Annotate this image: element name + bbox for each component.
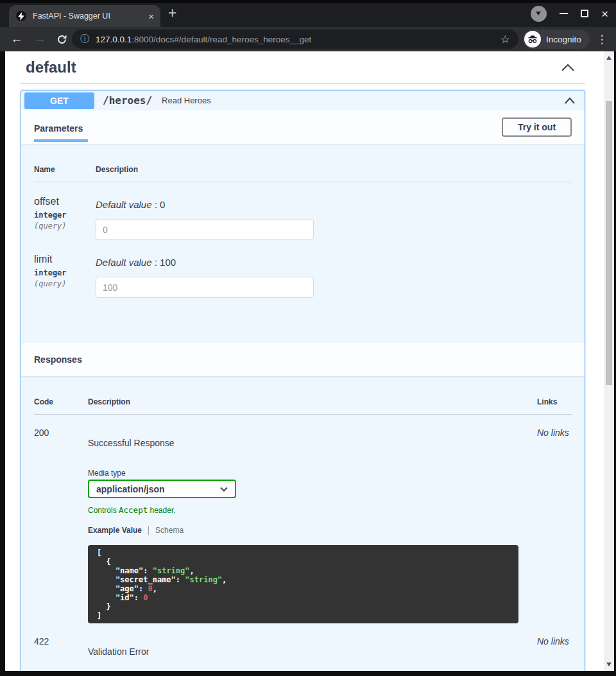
col-header-links: Links	[537, 397, 572, 406]
responses-section-header: Responses	[21, 343, 585, 376]
window-close-button[interactable]: ×	[601, 8, 608, 20]
example-json-code-block: [ { "name": "string", "secret_name": "st…	[88, 545, 518, 623]
param-name: limit	[34, 254, 96, 265]
limit-input[interactable]	[96, 277, 314, 298]
offset-input[interactable]	[96, 219, 314, 240]
col-header-name: Name	[34, 165, 96, 174]
site-info-icon[interactable]: ⓘ	[80, 33, 89, 45]
http-method-badge: GET	[24, 92, 94, 109]
param-default-value: Default value : 100	[96, 257, 572, 268]
hint-accept-code: Accept	[119, 505, 148, 515]
page-scrollbar[interactable]	[604, 51, 614, 671]
window-top-edge	[0, 0, 616, 3]
tag-title: default	[26, 58, 561, 76]
scrollbar-thumb[interactable]	[606, 101, 612, 385]
param-type: integer	[34, 211, 96, 220]
parameters-table: Name Description offset integer (query) …	[21, 144, 585, 343]
response-code: 200	[34, 428, 88, 623]
opblock-collapse-chevron-up-icon[interactable]	[564, 97, 576, 105]
param-default-number: : 100	[152, 257, 176, 268]
media-type-block: Media type application/json Controls Acc…	[88, 469, 537, 623]
tab-strip: FastAPI - Swagger UI × + ×	[0, 0, 616, 27]
minimize-button[interactable]	[560, 13, 568, 14]
col-header-code: Code	[34, 397, 88, 406]
param-type: integer	[34, 268, 96, 277]
tab-divider	[148, 526, 149, 535]
response-description: Validation Error	[88, 636, 537, 657]
incognito-icon	[524, 31, 541, 48]
tab-example-value[interactable]: Example Value	[88, 526, 142, 535]
response-links: No links	[537, 636, 572, 657]
media-type-label: Media type	[88, 469, 537, 478]
endpoint-path: /heroes/	[103, 94, 152, 107]
url-bar[interactable]: ⓘ 127.0.0.1:8000/docs#/default/read_hero…	[72, 30, 518, 49]
browser-toolbar: ← → ⓘ 127.0.0.1:8000/docs#/default/read_…	[0, 27, 616, 51]
media-type-select[interactable]: application/json	[88, 480, 236, 498]
incognito-badge: Incognito	[523, 30, 590, 49]
response-links: No links	[537, 428, 572, 623]
page-content: default GET /heroes/ Read Heroes Paramet…	[5, 51, 614, 671]
tag-section-header[interactable]: default	[21, 51, 585, 84]
browser-tab[interactable]: FastAPI - Swagger UI ×	[9, 5, 160, 27]
browser-menu-button[interactable]: ⋮	[594, 27, 610, 51]
chevron-down-icon	[536, 12, 541, 15]
new-tab-button[interactable]: +	[168, 6, 176, 21]
param-default-number: : 0	[152, 199, 166, 210]
param-location: (query)	[34, 221, 96, 230]
maximize-button[interactable]	[581, 10, 588, 17]
forward-button[interactable]: →	[31, 27, 49, 51]
param-default-label: Default value	[96, 199, 152, 210]
param-default-value: Default value : 0	[96, 199, 572, 210]
scroll-down-arrow-icon[interactable]	[604, 659, 614, 670]
endpoint-summary: Read Heroes	[162, 96, 564, 105]
hint-prefix: Controls	[88, 506, 119, 515]
tab-schema[interactable]: Schema	[155, 526, 184, 535]
response-code: 422	[34, 636, 88, 657]
back-button[interactable]: ←	[8, 27, 26, 51]
media-type-value: application/json	[96, 484, 165, 494]
bookmark-star-icon[interactable]: ☆	[501, 33, 510, 46]
accept-header-hint: Controls Accept header.	[88, 505, 537, 515]
param-row-offset: offset integer (query) Default value : 0	[34, 182, 572, 240]
response-row-200: 200 Successful Response Media type appli…	[34, 415, 572, 623]
param-default-label: Default value	[96, 257, 152, 268]
opblock-summary[interactable]: GET /heroes/ Read Heroes	[21, 91, 585, 110]
response-row-422: 422 Validation Error No links	[34, 623, 572, 657]
param-row-limit: limit integer (query) Default value : 10…	[34, 240, 572, 298]
parameters-section-header: Parameters Try it out	[21, 110, 585, 144]
incognito-label: Incognito	[546, 35, 581, 44]
url-text: 127.0.0.1:8000/docs#/default/read_heroes…	[96, 35, 311, 44]
url-host: 127.0.0.1	[96, 35, 132, 44]
hint-suffix: header.	[148, 506, 175, 515]
browser-window: FastAPI - Swagger UI × + × ← → ⓘ 127.0.0…	[0, 0, 616, 676]
collapse-chevron-up-icon[interactable]	[561, 64, 575, 72]
url-path: :8000/docs#/default/read_heroes_heroes__…	[132, 35, 311, 44]
example-schema-tabs: Example Value Schema	[88, 526, 537, 535]
tab-title: FastAPI - Swagger UI	[33, 12, 143, 21]
fastapi-favicon-icon	[15, 10, 27, 22]
reload-button[interactable]	[53, 27, 71, 51]
chrome-profile-chip[interactable]	[531, 6, 547, 22]
select-chevron-down-icon	[220, 487, 228, 492]
responses-table: Code Description Links 200 Successful Re…	[21, 376, 585, 671]
col-header-description: Description	[96, 165, 572, 174]
tab-parameters[interactable]: Parameters	[34, 123, 88, 142]
try-it-out-button[interactable]: Try it out	[502, 117, 572, 137]
tab-close-icon[interactable]: ×	[148, 12, 154, 21]
col-header-description: Description	[88, 397, 537, 406]
responses-title: Responses	[34, 354, 82, 365]
param-name: offset	[34, 196, 96, 207]
param-location: (query)	[34, 279, 96, 288]
opblock-get-heroes: GET /heroes/ Read Heroes Parameters Try …	[21, 90, 585, 671]
scroll-up-arrow-icon[interactable]	[604, 53, 614, 63]
response-description: Successful Response	[88, 428, 537, 448]
